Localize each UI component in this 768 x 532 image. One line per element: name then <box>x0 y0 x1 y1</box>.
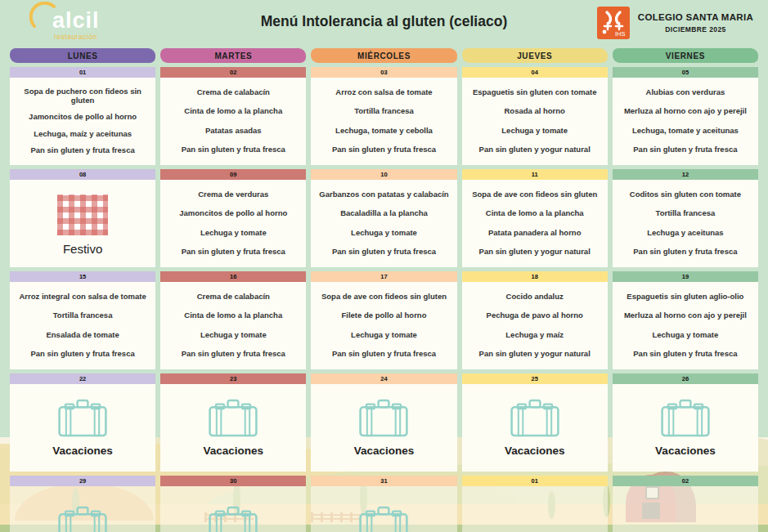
day-menu: Coditos sin gluten con tomateTortilla fr… <box>613 180 758 267</box>
day-card: 18Cocido andaluzPechuga de pavo al horno… <box>462 271 608 369</box>
day-menu: Espaguetis sin gluten con tomateRosada a… <box>462 78 608 165</box>
day-menu: Vacaciones <box>311 384 456 472</box>
vacaciones-label: Vacaciones <box>204 445 264 457</box>
menu-item: Sopa de ave con fideos sin gluten <box>472 190 597 199</box>
menu-item: Tortilla francesa <box>354 107 414 116</box>
day-number: 01 <box>462 476 608 486</box>
menu-item: Pan sin gluten y yogur natural <box>479 350 591 359</box>
menu-item: Pan sin gluten y fruta fresca <box>182 145 285 154</box>
day-menu: Espaguetis sin gluten aglio-olioMerluza … <box>613 282 758 369</box>
menu-item: Espaguetis sin gluten aglio-olio <box>627 293 743 302</box>
day-menu: Arroz integral con salsa de tomateTortil… <box>10 282 155 369</box>
festivo-label: Festivo <box>63 242 102 256</box>
day-card: 29Vacaciones <box>10 476 155 532</box>
suitcase-icon <box>508 399 562 441</box>
day-card: 12Coditos sin gluten con tomateTortilla … <box>613 169 758 267</box>
day-card: 09Crema de verdurasJamoncitos de pollo a… <box>160 169 306 267</box>
day-number: 26 <box>613 373 758 384</box>
suitcase-icon <box>206 399 260 441</box>
suitcase-icon <box>56 399 110 438</box>
day-card: 15Arroz integral con salsa de tomateTort… <box>10 271 155 369</box>
day-number: 16 <box>160 271 306 282</box>
day-card: 04Espaguetis sin gluten con tomateRosada… <box>462 67 608 165</box>
month-label: DICIEMBRE 2025 <box>638 25 753 34</box>
day-menu: Crema de verdurasJamoncitos de pollo al … <box>160 180 306 267</box>
day-number: 25 <box>462 373 608 384</box>
menu-item: Bacaladilla a la plancha <box>340 209 428 218</box>
page-header: alcil restauración Menú Intolerancia al … <box>0 0 768 47</box>
day-number: 05 <box>613 67 758 78</box>
day-number: 02 <box>160 67 306 78</box>
menu-item: Pan sin gluten y fruta fresca <box>633 350 737 359</box>
day-menu: Cocido andaluzPechuga de pavo al hornoLe… <box>462 282 608 369</box>
menu-item: Ensalada de tomate <box>46 331 119 340</box>
day-card: 19Espaguetis sin gluten aglio-olioMerluz… <box>613 271 758 369</box>
menu-item: Pechuga de pavo al horno <box>487 311 583 320</box>
day-number: 09 <box>160 169 306 180</box>
day-menu: Vacaciones <box>462 384 608 472</box>
weekday-header-viernes: VIERNES <box>613 48 758 63</box>
menu-item: Pan sin gluten y fruta fresca <box>332 350 436 359</box>
day-menu <box>613 486 758 532</box>
menu-item: Arroz con salsa de tomate <box>335 88 432 97</box>
menu-calendar: LUNESMARTESMIÉRCOLESJUEVESVIERNES01Sopa … <box>10 48 758 532</box>
suitcase-icon <box>508 399 562 438</box>
menu-item: Lechuga, tomate y cebolla <box>335 127 433 136</box>
menu-item: Crema de calabacín <box>197 88 270 97</box>
day-number: 18 <box>462 271 608 282</box>
day-number: 22 <box>10 373 155 384</box>
menu-item: Pan sin gluten y fruta fresca <box>332 248 436 257</box>
day-card: 02Crema de calabacínCinta de lomo a la p… <box>160 67 306 165</box>
school-logo-text: IHS <box>615 30 626 38</box>
day-menu: Crema de calabacínCinta de lomo a la pla… <box>160 282 306 369</box>
menu-item: Pan sin gluten y fruta fresca <box>182 350 285 359</box>
day-menu: Sopa de ave con fideos sin glutenFilete … <box>311 282 456 369</box>
suitcase-icon <box>206 506 260 532</box>
menu-item: Espaguetis sin gluten con tomate <box>473 88 597 97</box>
day-menu: Sopa de puchero con fideos sin glutenJam… <box>10 78 155 165</box>
menu-item: Cinta de lomo a la plancha <box>184 311 282 320</box>
weekday-header-miércoles: MIÉRCOLES <box>311 48 456 63</box>
day-menu: Sopa de ave con fideos sin glutenCinta d… <box>462 180 608 267</box>
day-number: 17 <box>311 271 456 282</box>
menu-item: Cinta de lomo a la plancha <box>486 209 584 218</box>
menu-item: Tortilla francesa <box>656 209 716 218</box>
day-menu: Arroz con salsa de tomateTortilla france… <box>311 78 456 165</box>
suitcase-icon <box>56 506 110 532</box>
menu-item: Pan sin gluten y yogur natural <box>479 145 591 154</box>
menu-item: Lechuga y maíz <box>505 331 564 340</box>
menu-item: Pan sin gluten y fruta fresca <box>182 248 285 257</box>
suitcase-icon <box>357 506 411 532</box>
menu-item: Pan sin gluten y fruta fresca <box>332 145 436 154</box>
day-number: 24 <box>311 373 456 384</box>
day-card: 08Festivo <box>10 169 155 267</box>
day-card: 03Arroz con salsa de tomateTortilla fran… <box>311 67 456 165</box>
suitcase-icon <box>357 506 411 532</box>
weekday-header-lunes: LUNES <box>10 48 155 63</box>
weekday-header-martes: MARTES <box>160 48 306 63</box>
suitcase-icon <box>357 399 411 438</box>
menu-item: Lechuga, tomate y aceitunas <box>632 127 739 136</box>
day-card: 01 <box>462 476 608 532</box>
menu-item: Lechuga y tomate <box>351 229 417 238</box>
suitcase-icon <box>56 399 110 441</box>
day-card: 05Alubias con verdurasMerluza al horno c… <box>613 67 758 165</box>
menu-item: Lechuga y aceitunas <box>647 229 723 238</box>
school-block: IHS COLEGIO SANTA MARIA DICIEMBRE 2025 <box>597 7 753 39</box>
day-menu: Vacaciones <box>160 384 306 472</box>
suitcase-icon <box>658 399 712 438</box>
day-menu: Festivo <box>10 180 155 267</box>
day-number: 29 <box>10 476 155 486</box>
menu-item: Sopa de puchero con fideos sin gluten <box>12 87 153 105</box>
suitcase-icon <box>658 399 712 441</box>
menu-item: Arroz integral con salsa de tomate <box>19 293 146 302</box>
day-card: 17Sopa de ave con fideos sin glutenFilet… <box>311 271 456 369</box>
day-number: 12 <box>613 169 758 180</box>
menu-item: Coditos sin gluten con tomate <box>630 190 741 199</box>
menu-item: Filete de pollo al horno <box>342 311 427 320</box>
day-menu: Crema de calabacínCinta de lomo a la pla… <box>160 78 306 165</box>
day-card: 30Vacaciones <box>160 476 306 532</box>
day-menu: Alubias con verdurasMerluza al horno con… <box>613 78 758 165</box>
vacaciones-label: Vacaciones <box>505 445 565 457</box>
day-card: 26Vacaciones <box>613 373 758 472</box>
